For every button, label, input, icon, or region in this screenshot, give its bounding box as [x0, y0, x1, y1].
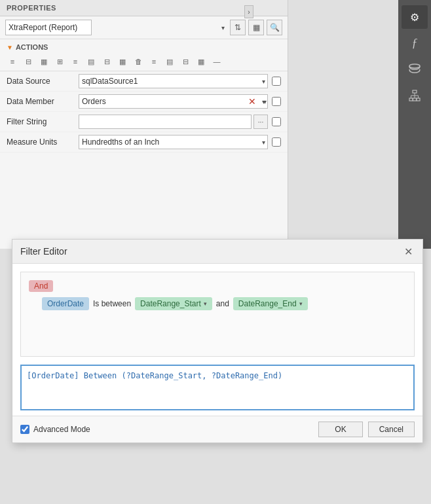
filter-editor-dialog: Filter Editor ✕ And OrderDate Is between…: [12, 239, 423, 443]
is-between-operator: Is between: [93, 299, 131, 308]
filter-editor-header: Filter Editor ✕: [12, 240, 422, 264]
advanced-mode-label: Advanced Mode: [33, 425, 90, 434]
data-source-label: Data Source: [7, 77, 79, 86]
date-range-start-badge[interactable]: DateRange_Start ▾: [135, 297, 212, 310]
filter-string-editor-btn[interactable]: ···: [253, 115, 268, 129]
properties-panel: › PROPERTIES XtraReport (Report) ⇅ ▦ 🔍 ▼…: [0, 0, 288, 249]
measure-units-value: Hundredths of an Inch: [79, 135, 281, 149]
action-btn-1[interactable]: ≡: [5, 55, 20, 68]
data-member-input[interactable]: [79, 94, 268, 109]
action-btn-8[interactable]: ▦: [115, 55, 130, 68]
properties-toolbar: XtraReport (Report) ⇅ ▦ 🔍: [0, 16, 288, 39]
action-btn-9[interactable]: 🗑: [131, 55, 145, 68]
actions-toolbar: ≡ ⊟ ▦ ⊞ ≡ ▤ ⊟ ▦ 🗑 ≡ ▤ ⊟ ▦ —: [0, 54, 288, 71]
svg-rect-4: [417, 98, 420, 101]
action-btn-10[interactable]: ≡: [147, 55, 161, 68]
function-sidebar-icon[interactable]: ƒ: [402, 31, 428, 55]
action-btn-4[interactable]: ⊞: [52, 55, 67, 68]
sidebar-right: ⚙ ƒ: [398, 0, 431, 249]
svg-point-0: [409, 64, 420, 68]
collapse-arrow[interactable]: ›: [244, 5, 253, 18]
action-btn-7[interactable]: ⊟: [100, 55, 114, 68]
cancel-button[interactable]: Cancel: [368, 422, 415, 437]
filter-string-checkbox[interactable]: [272, 117, 281, 126]
svg-rect-3: [413, 98, 417, 101]
filter-editor-title: Filter Editor: [20, 246, 67, 257]
advanced-mode-checkbox[interactable]: [20, 425, 29, 434]
data-member-label: Data Member: [7, 97, 79, 106]
measure-units-row: Measure Units Hundredths of an Inch: [0, 132, 288, 153]
filter-expression-box[interactable]: [OrderDate] Between (?DateRange_Start, ?…: [20, 365, 415, 410]
data-member-row: Data Member ✕ ▾: [0, 92, 288, 112]
ok-button[interactable]: OK: [318, 422, 362, 437]
order-date-field-badge[interactable]: OrderDate: [42, 297, 89, 310]
and-connector-text: and: [216, 299, 229, 308]
hierarchy-sidebar-icon[interactable]: [402, 84, 428, 107]
data-member-value: ✕ ▾: [79, 94, 281, 109]
close-button[interactable]: ✕: [402, 245, 415, 258]
database-sidebar-icon[interactable]: [402, 58, 428, 81]
measure-units-label: Measure Units: [7, 137, 79, 147]
report-select[interactable]: XtraReport (Report): [5, 20, 92, 35]
category-button[interactable]: ▦: [248, 20, 264, 35]
end-dropdown-arrow: ▾: [299, 300, 303, 307]
filter-string-label: Filter String: [7, 117, 79, 126]
svg-rect-1: [413, 90, 417, 93]
advanced-mode-section: Advanced Mode: [20, 425, 318, 434]
action-btn-2[interactable]: ⊟: [21, 55, 35, 68]
data-source-checkbox[interactable]: [272, 77, 281, 86]
filter-string-row: Filter String ···: [0, 112, 288, 132]
action-btn-11[interactable]: ▤: [162, 55, 177, 68]
data-member-clear[interactable]: ✕: [248, 96, 256, 107]
search-button[interactable]: 🔍: [267, 20, 282, 35]
footer-buttons: OK Cancel: [318, 422, 415, 437]
filter-string-value: ···: [79, 115, 281, 129]
action-btn-13[interactable]: ▦: [194, 55, 208, 68]
filter-canvas: And OrderDate Is between DateRange_Start…: [20, 272, 415, 357]
data-member-dropdown[interactable]: ▾: [263, 98, 267, 105]
data-source-select[interactable]: sqlDataSource1: [79, 74, 268, 88]
action-btn-3[interactable]: ▦: [37, 55, 51, 68]
filter-condition: OrderDate Is between DateRange_Start ▾ a…: [29, 297, 406, 310]
filter-string-input[interactable]: [79, 115, 252, 129]
date-range-end-badge[interactable]: DateRange_End ▾: [233, 297, 308, 310]
data-member-checkbox[interactable]: [272, 97, 281, 106]
start-dropdown-arrow: ▾: [204, 300, 207, 307]
filter-editor-footer: Advanced Mode OK Cancel: [12, 416, 422, 442]
measure-units-select[interactable]: Hundredths of an Inch: [79, 135, 268, 149]
measure-units-checkbox[interactable]: [272, 137, 281, 147]
and-operator-badge[interactable]: And: [29, 280, 53, 292]
action-btn-12[interactable]: ⊟: [178, 55, 193, 68]
action-btn-5[interactable]: ≡: [68, 55, 83, 68]
data-source-row: Data Source sqlDataSource1: [0, 71, 288, 92]
action-btn-6[interactable]: ▤: [84, 55, 98, 68]
actions-header: ▼ ACTIONS: [0, 39, 288, 54]
expression-text: [OrderDate] Between (?DateRange_Start, ?…: [27, 371, 282, 380]
settings-sidebar-icon[interactable]: ⚙: [402, 5, 428, 29]
svg-rect-2: [409, 98, 413, 101]
report-select-wrap[interactable]: XtraReport (Report): [5, 20, 227, 35]
sort-button[interactable]: ⇅: [230, 20, 246, 35]
data-source-value: sqlDataSource1: [79, 74, 281, 88]
action-btn-14[interactable]: —: [210, 55, 224, 68]
